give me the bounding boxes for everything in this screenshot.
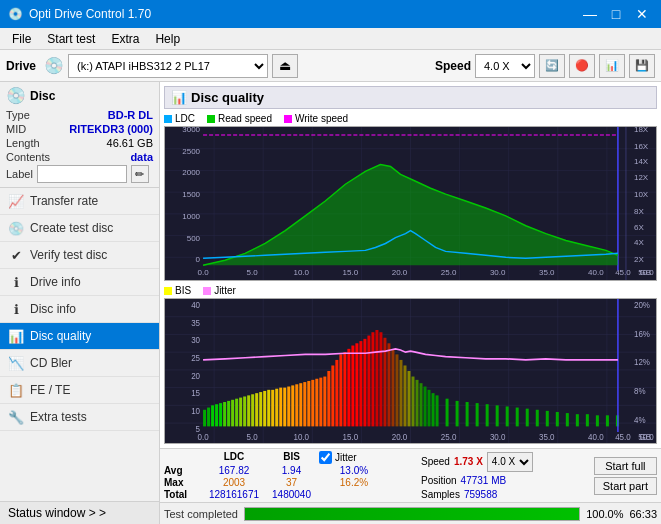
svg-rect-157 [536,410,539,427]
maximize-button[interactable]: □ [605,3,627,25]
svg-rect-123 [339,354,342,426]
save-button[interactable]: 💾 [629,54,655,78]
empty-col [164,451,204,464]
svg-rect-143 [420,383,423,426]
total-label: Total [164,489,204,500]
svg-rect-149 [456,401,459,426]
stats-table: LDC BIS Jitter Avg 167.82 1.94 13.0% Max… [164,451,404,500]
label-label: Label [6,168,33,180]
jitter-checkbox[interactable] [319,451,332,464]
top-chart-svg: 3000 2500 2000 1500 1000 500 0 18X 16X 1… [165,127,656,280]
svg-rect-131 [371,332,374,426]
svg-rect-106 [271,390,274,427]
sidebar-item-transfer-rate[interactable]: 📈 Transfer rate [0,188,159,215]
settings-button[interactable]: 🔴 [569,54,595,78]
app-icon: 💿 [8,7,23,21]
read-speed-label: Read speed [218,113,272,124]
speed-value: 1.73 X [454,456,483,467]
sidebar-item-label: Create test disc [30,221,113,235]
speed-select-dropdown[interactable]: 4.0 X [487,452,533,472]
ldc-col-header: LDC [204,451,264,464]
svg-rect-95 [227,401,230,426]
svg-text:8X: 8X [634,207,644,216]
status-window[interactable]: Status window > > [0,501,159,524]
svg-rect-158 [546,411,549,427]
svg-rect-111 [291,385,294,426]
sidebar-item-label: Transfer rate [30,194,98,208]
jitter-label: Jitter [214,285,236,296]
sidebar-item-verify-test-disc[interactable]: ✔ Verify test disc [0,242,159,269]
top-legend: LDC Read speed Write speed [164,111,657,126]
svg-text:2500: 2500 [182,147,200,156]
svg-rect-139 [403,365,406,426]
menu-file[interactable]: File [4,30,39,48]
disc-icon: 💿 [6,86,26,105]
svg-rect-113 [299,383,302,426]
sidebar-item-fe-te[interactable]: 📋 FE / TE [0,377,159,404]
label-edit-button[interactable]: ✏ [131,165,149,183]
sidebar-item-cd-bler[interactable]: 📉 CD Bler [0,350,159,377]
svg-rect-142 [416,380,419,427]
progress-time: 66:33 [629,508,657,520]
sidebar: 💿 Disc Type BD-R DL MID RITEKDR3 (000) L… [0,82,160,524]
svg-text:14X: 14X [634,158,649,167]
close-button[interactable]: ✕ [631,3,653,25]
refresh-button[interactable]: 🔄 [539,54,565,78]
samples-label: Samples [421,489,460,500]
length-label: Length [6,137,40,149]
svg-rect-115 [307,381,310,426]
total-ldc: 128161671 [204,489,264,500]
svg-rect-156 [526,409,529,427]
disc-panel: 💿 Disc Type BD-R DL MID RITEKDR3 (000) L… [0,82,159,188]
sidebar-item-label: Verify test disc [30,248,107,262]
sidebar-item-drive-info[interactable]: ℹ Drive info [0,269,159,296]
bottom-chart-svg: 40 35 30 25 20 15 10 5 20% 16% 12% [165,299,656,443]
svg-text:45.0: 45.0 [615,431,631,441]
svg-rect-100 [247,395,250,426]
speed-select[interactable]: 4.0 X 1.0 X 2.0 X 8.0 X [475,54,535,78]
svg-rect-145 [428,390,431,427]
legend-ldc: LDC [164,113,195,124]
sidebar-item-disc-info[interactable]: ℹ Disc info [0,296,159,323]
sidebar-item-create-test-disc[interactable]: 💿 Create test disc [0,215,159,242]
disc-header: 💿 Disc [6,86,153,105]
menu-extra[interactable]: Extra [103,30,147,48]
mid-label: MID [6,123,26,135]
panel-title: Disc quality [191,90,264,105]
svg-rect-150 [466,402,469,426]
svg-text:6X: 6X [634,223,644,232]
stats-max-row: Max 2003 37 16.2% [164,477,404,488]
stats-total-row: Total 128161671 1480040 [164,489,404,500]
jitter-check: Jitter [319,451,389,464]
menu-start-test[interactable]: Start test [39,30,103,48]
svg-rect-144 [424,387,427,427]
cd-bler-icon: 📉 [8,355,24,371]
top-chart: 3000 2500 2000 1500 1000 500 0 18X 16X 1… [164,126,657,281]
svg-rect-132 [375,330,378,426]
svg-text:4%: 4% [634,415,646,425]
label-input[interactable] [37,165,127,183]
action-buttons: Start full Start part [594,457,657,495]
write-speed-color [284,115,292,123]
disc-title: Disc [30,89,55,103]
transfer-rate-icon: 📈 [8,193,24,209]
svg-rect-161 [576,414,579,426]
avg-bis: 1.94 [264,465,319,476]
svg-rect-101 [251,394,254,426]
svg-rect-91 [211,405,214,426]
drive-select[interactable]: (k:) ATAPI iHBS312 2 PL17 [68,54,268,78]
minimize-button[interactable]: — [579,3,601,25]
start-full-button[interactable]: Start full [594,457,657,475]
svg-rect-94 [223,402,226,426]
svg-text:15: 15 [191,388,200,398]
svg-rect-126 [351,346,354,427]
menu-help[interactable]: Help [147,30,188,48]
sidebar-item-disc-quality[interactable]: 📊 Disc quality [0,323,159,350]
eject-button[interactable]: ⏏ [272,54,298,78]
graph-button[interactable]: 📊 [599,54,625,78]
max-jitter: 16.2% [319,477,389,488]
sidebar-item-extra-tests[interactable]: 🔧 Extra tests [0,404,159,431]
svg-text:1000: 1000 [182,212,200,221]
start-part-button[interactable]: Start part [594,477,657,495]
drive-select-container: 💿 (k:) ATAPI iHBS312 2 PL17 ⏏ [44,54,423,78]
